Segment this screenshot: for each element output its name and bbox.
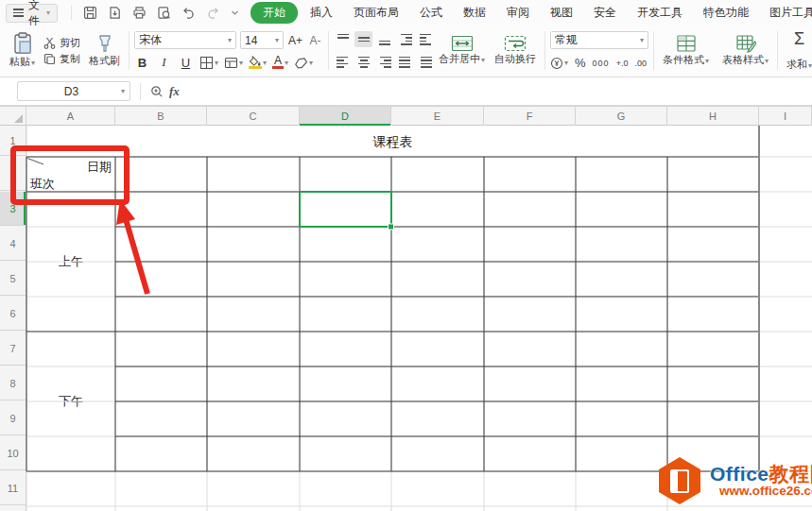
name-box[interactable]: D3▾ (17, 81, 130, 101)
cell-a2-class-label[interactable]: 班次 (30, 176, 55, 193)
cell-style-button[interactable]: ▾ (224, 56, 243, 70)
table-style-button[interactable]: 表格样式▾ (718, 33, 772, 68)
tab-review[interactable]: 审阅 (498, 2, 538, 24)
decrease-indent-button[interactable] (396, 31, 414, 47)
col-header-f[interactable]: F (484, 107, 576, 126)
print-preview-icon[interactable] (157, 6, 171, 20)
row-header-4[interactable]: 4 (0, 227, 26, 261)
cell-a2-date-label[interactable]: 日期 (28, 159, 112, 176)
row-header-1[interactable]: 1 (0, 126, 26, 156)
format-painter-button[interactable]: 格式刷 (85, 32, 124, 69)
increase-decimal-button[interactable]: +.0 (616, 59, 629, 68)
column-headers: ABCDEFGHI (0, 106, 812, 126)
cut-button[interactable]: 剪切 (43, 35, 80, 51)
sheet-grid[interactable] (0, 126, 812, 511)
decrease-decimal-button[interactable]: .00 (634, 59, 647, 68)
tab-view[interactable]: 视图 (542, 2, 581, 24)
distributed-button[interactable] (417, 54, 435, 70)
save-icon[interactable] (83, 6, 97, 20)
tab-home[interactable]: 开始 (251, 2, 298, 24)
bold-button[interactable]: B (134, 56, 150, 70)
col-header-e[interactable]: E (391, 107, 484, 126)
decrease-font-size-button[interactable]: A- (307, 34, 323, 47)
tab-page-layout[interactable]: 页面布局 (345, 2, 407, 24)
redo-icon[interactable] (206, 6, 220, 20)
align-right-button[interactable] (375, 54, 393, 70)
row-header-5[interactable]: 5 (0, 262, 26, 296)
font-name-select[interactable]: 宋体▾ (134, 31, 236, 49)
tab-insert[interactable]: 插入 (302, 2, 341, 24)
currency-format-button[interactable]: ▾ (550, 57, 568, 70)
tab-security[interactable]: 安全 (585, 2, 625, 24)
number-format-select[interactable]: 常规▾ (550, 31, 648, 49)
tab-dev-tools[interactable]: 开发工具 (629, 2, 691, 24)
copy-icon (43, 53, 56, 65)
row-header-7[interactable]: 7 (0, 332, 26, 366)
align-middle-button[interactable] (354, 31, 372, 47)
col-header-a[interactable]: A (26, 107, 115, 126)
undo-icon[interactable] (181, 6, 196, 20)
row-header-10[interactable]: 10 (0, 436, 26, 470)
merge-center-button[interactable]: 合并居中▾ (435, 34, 489, 67)
sum-button[interactable]: Σ 求和▾ (783, 28, 812, 73)
col-header-c[interactable]: C (207, 107, 300, 126)
increase-indent-button[interactable] (417, 31, 435, 47)
table-style-icon (735, 34, 756, 53)
format-painter-icon (95, 33, 114, 54)
thousands-format-button[interactable]: 000 (593, 59, 610, 68)
italic-button[interactable]: I (156, 55, 172, 70)
hamburger-icon (13, 9, 24, 17)
font-size-select[interactable]: 14▾ (240, 31, 284, 49)
wrap-text-button[interactable]: 自动换行 (491, 34, 540, 67)
office26-logo-icon (656, 457, 703, 504)
cell-afternoon[interactable]: 下午 (26, 332, 115, 471)
row-header-9[interactable]: 9 (0, 401, 26, 435)
align-middle-icon (357, 34, 371, 45)
select-all-corner[interactable] (0, 107, 26, 126)
col-header-b[interactable]: B (115, 107, 207, 126)
cell-morning[interactable]: 上午 (26, 192, 115, 332)
fx-label[interactable]: fx (169, 84, 180, 99)
tab-formulas[interactable]: 公式 (411, 2, 451, 24)
borders-button[interactable]: ▾ (199, 56, 218, 70)
align-bottom-icon (378, 34, 391, 45)
increase-indent-icon (420, 34, 433, 45)
col-header-h[interactable]: H (667, 107, 759, 126)
font-color-button[interactable]: B A▾ (272, 56, 288, 69)
col-header-g[interactable]: G (576, 107, 667, 126)
row-header-6[interactable]: 6 (0, 297, 26, 331)
col-header-d[interactable]: D (300, 107, 391, 126)
tab-picture-tools[interactable]: 图片工具 (761, 2, 812, 24)
increase-font-size-button[interactable]: A+ (287, 34, 303, 47)
justify-button[interactable] (396, 54, 414, 70)
customize-qat-icon[interactable] (231, 9, 239, 17)
eraser-icon (294, 57, 308, 69)
export-pdf-icon[interactable] (108, 6, 122, 20)
percent-format-button[interactable]: % (575, 56, 586, 70)
insert-function-icon[interactable] (150, 85, 164, 98)
print-icon[interactable] (132, 6, 147, 20)
underline-button[interactable]: U (178, 56, 194, 70)
paste-button[interactable]: 粘贴▾ (6, 31, 39, 70)
menu-bar: 文件 ▾ 开始 插入 页面布局 公式 数据 审阅 视图 安全 开发工具 特色功能… (0, 0, 812, 26)
align-left-button[interactable] (334, 54, 352, 70)
eraser-button[interactable]: ▾ (294, 57, 313, 69)
fill-color-button[interactable]: ▾ (249, 56, 267, 69)
tab-data[interactable]: 数据 (455, 2, 494, 24)
formula-input[interactable] (187, 77, 812, 105)
file-menu-button[interactable]: 文件 ▾ (6, 4, 58, 23)
align-center-button[interactable] (354, 54, 372, 70)
cell-title-course-schedule[interactable]: 课程表 (26, 128, 759, 156)
office26-watermark: Office教程网 www.office26.com (656, 457, 812, 504)
copy-button[interactable]: 复制 (43, 51, 80, 67)
row-header-2[interactable]: 2 (0, 157, 26, 191)
sigma-icon: Σ (794, 29, 804, 48)
align-top-button[interactable] (334, 31, 352, 47)
conditional-format-button[interactable]: 条件格式▾ (659, 33, 713, 68)
col-header-i[interactable]: I (759, 107, 812, 126)
row-header-3[interactable]: 3 (0, 192, 26, 226)
align-bottom-button[interactable] (375, 31, 393, 47)
row-header-11[interactable]: 11 (0, 471, 26, 505)
row-header-8[interactable]: 8 (0, 366, 26, 400)
tab-special-features[interactable]: 特色功能 (695, 2, 757, 24)
